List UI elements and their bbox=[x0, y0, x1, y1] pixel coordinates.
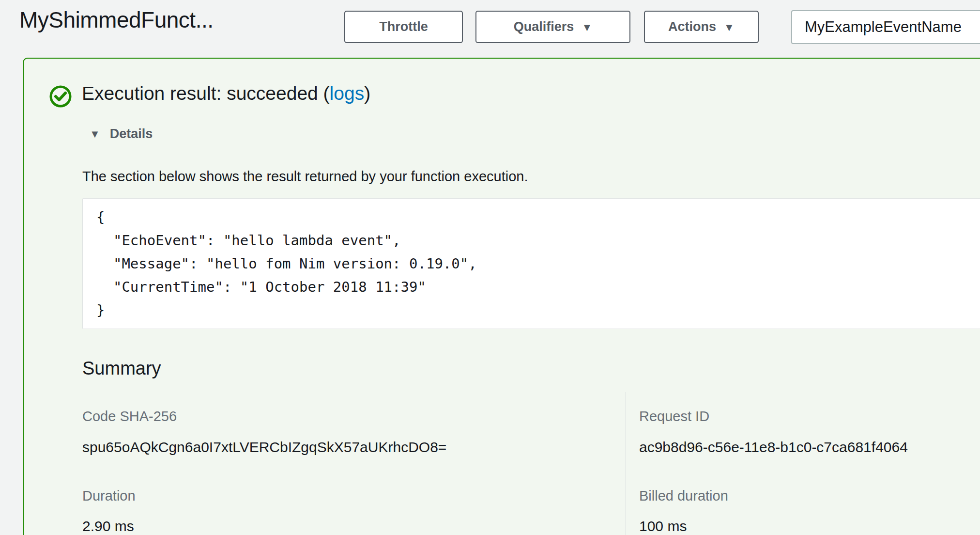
throttle-button[interactable]: Throttle bbox=[344, 11, 463, 43]
status-text-prefix: Execution result: succeeded ( bbox=[82, 83, 330, 104]
function-output-json: { "EchoEvent": "hello lambda event", "Me… bbox=[96, 205, 974, 322]
duration-value: 2.90 ms bbox=[82, 518, 134, 535]
logs-link[interactable]: logs bbox=[330, 83, 365, 104]
billed-duration-label: Billed duration bbox=[639, 488, 728, 504]
request-id-value: ac9b8d96-c56e-11e8-b1c0-c7ca681f4064 bbox=[639, 439, 908, 456]
code-sha256-label: Code SHA-256 bbox=[82, 409, 177, 425]
request-id-label: Request ID bbox=[639, 409, 709, 425]
details-expander[interactable]: ▼ Details bbox=[90, 126, 153, 142]
summary-column-divider bbox=[626, 392, 626, 535]
duration-label: Duration bbox=[82, 488, 136, 504]
actions-dropdown-button[interactable]: Actions ▼ bbox=[644, 11, 759, 43]
billed-duration-value: 100 ms bbox=[639, 518, 687, 535]
execution-result-panel: Execution result: succeeded (logs) ▼ Det… bbox=[23, 58, 980, 535]
throttle-button-label: Throttle bbox=[379, 19, 428, 34]
actions-button-label: Actions bbox=[668, 19, 716, 34]
test-event-select-value: MyExampleEventName bbox=[805, 18, 962, 36]
triangle-down-icon: ▼ bbox=[90, 128, 100, 141]
result-description-text: The section below shows the result retur… bbox=[82, 169, 528, 185]
status-text-suffix: ) bbox=[364, 83, 370, 104]
qualifiers-dropdown-button[interactable]: Qualifiers ▼ bbox=[475, 11, 630, 43]
function-header: MyShimmedFunct... Throttle Qualifiers ▼ … bbox=[0, 0, 980, 58]
success-check-icon bbox=[49, 85, 72, 108]
summary-heading: Summary bbox=[82, 358, 161, 379]
qualifiers-button-label: Qualifiers bbox=[514, 19, 574, 34]
lambda-console-screen: MyShimmedFunct... Throttle Qualifiers ▼ … bbox=[0, 0, 980, 535]
chevron-down-icon: ▼ bbox=[724, 21, 735, 34]
execution-result-status: Execution result: succeeded (logs) bbox=[82, 83, 370, 104]
function-output-box: { "EchoEvent": "hello lambda event", "Me… bbox=[82, 198, 980, 329]
chevron-down-icon: ▼ bbox=[582, 21, 592, 34]
code-sha256-value: spu65oAQkCgn6a0I7xtLVERCbIZgqSkX57aUKrhc… bbox=[82, 439, 446, 456]
function-name-title: MyShimmedFunct... bbox=[19, 7, 214, 33]
details-expander-label: Details bbox=[110, 126, 153, 142]
test-event-select[interactable]: MyExampleEventName bbox=[791, 10, 980, 44]
